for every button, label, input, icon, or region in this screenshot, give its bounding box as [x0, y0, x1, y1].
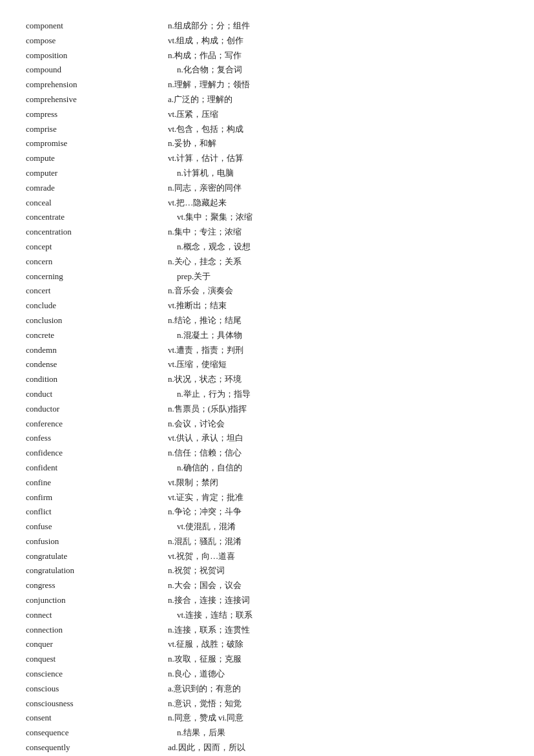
word-entry: confusevt.使混乱，混淆 [26, 520, 508, 534]
word-chinese: n.音乐会，演奏会 [168, 284, 508, 298]
word-chinese: n.攻取，征服；克服 [168, 653, 508, 666]
word-chinese: n.组成部分；分；组件 [168, 19, 508, 33]
word-entry: consequentlyad.因此，因而，所以 [26, 741, 508, 755]
word-english: conflict [26, 505, 168, 519]
word-entry: congressn.大会；国会，议会 [26, 579, 508, 593]
word-entry: conditionn.状况，状态；环境 [26, 373, 508, 386]
word-english: computer [26, 167, 168, 180]
word-english: connect [26, 609, 168, 622]
word-chinese: n.争论；冲突；斗争 [168, 505, 508, 519]
word-english: compute [26, 152, 168, 165]
word-entry: concertn.音乐会，演奏会 [26, 284, 508, 298]
word-english: comprehension [26, 78, 168, 92]
word-chinese: vt.包含，包括；构成 [168, 123, 508, 136]
word-english: confess [26, 432, 168, 445]
word-english: congress [26, 579, 168, 593]
word-chinese: n.关心，挂念；关系 [168, 255, 508, 269]
word-chinese: vt.推断出；结束 [168, 299, 508, 313]
word-entry: confusionn.混乱；骚乱；混淆 [26, 535, 508, 549]
word-english: compose [26, 34, 168, 48]
word-chinese: n.祝贺；祝贺词 [168, 564, 508, 578]
word-entry: consequencen.结果，后果 [26, 726, 508, 740]
word-list: componentn.组成部分；分；组件composevt.组成，构成；创作co… [26, 19, 508, 756]
word-entry: congratulationn.祝贺；祝贺词 [26, 564, 508, 578]
word-entry: conquervt.征服，战胜；破除 [26, 638, 508, 651]
word-english: concerning [26, 270, 168, 284]
word-entry: confinevt.限制；禁闭 [26, 476, 508, 490]
word-chinese: vt.祝贺，向…道喜 [168, 550, 508, 563]
word-entry: concerningprep.关于 [26, 270, 508, 284]
word-english: consent [26, 711, 168, 725]
word-english: compound [26, 63, 168, 77]
word-english: conscious [26, 682, 168, 696]
word-chinese: n.良心，道德心 [168, 667, 508, 681]
word-chinese: n.同志，亲密的同伴 [168, 182, 508, 195]
word-english: comrade [26, 182, 168, 195]
word-entry: confidencen.信任；信赖；信心 [26, 446, 508, 460]
word-entry: conflictn.争论；冲突；斗争 [26, 505, 508, 519]
word-english: consequently [26, 741, 168, 755]
word-english: confirm [26, 491, 168, 505]
word-entry: conquestn.攻取，征服；克服 [26, 653, 508, 666]
word-chinese: vt.连接，连结；联系 [168, 609, 508, 622]
word-entry: concealvt.把…隐藏起来 [26, 196, 508, 210]
word-chinese: a.意识到的；有意的 [168, 682, 508, 696]
word-chinese: n.混乱；骚乱；混淆 [168, 535, 508, 549]
word-english: compromise [26, 137, 168, 151]
word-entry: connectionn.连接，联系；连贯性 [26, 624, 508, 637]
word-english: conjunction [26, 594, 168, 607]
word-english: congratulate [26, 550, 168, 563]
word-chinese: prep.关于 [168, 270, 508, 284]
word-english: conclude [26, 299, 168, 313]
word-entry: conferencen.会议，讨论会 [26, 417, 508, 431]
word-chinese: n.信任；信赖；信心 [168, 446, 508, 460]
word-english: concrete [26, 329, 168, 342]
word-english: confidence [26, 446, 168, 460]
word-chinese: n.妥协，和解 [168, 137, 508, 151]
word-chinese: n.状况，状态；环境 [168, 373, 508, 386]
word-chinese: vt.计算，估计，估算 [168, 152, 508, 165]
word-entry: comraden.同志，亲密的同伴 [26, 182, 508, 195]
word-chinese: ad.因此，因而，所以 [168, 741, 508, 755]
word-entry: confessvt.供认，承认；坦白 [26, 432, 508, 445]
word-entry: comprisevt.包含，包括；构成 [26, 123, 508, 136]
word-english: confident [26, 461, 168, 475]
word-entry: comprehensionn.理解，理解力；领悟 [26, 78, 508, 92]
word-entry: condensevt.压缩，使缩短 [26, 358, 508, 372]
word-entry: consciousa.意识到的；有意的 [26, 682, 508, 696]
word-entry: conjunctionn.接合，连接；连接词 [26, 594, 508, 607]
word-entry: conclusionn.结论，推论；结尾 [26, 314, 508, 328]
word-chinese: vt.证实，肯定；批准 [168, 491, 508, 505]
word-chinese: vt.征服，战胜；破除 [168, 638, 508, 651]
word-english: conclusion [26, 314, 168, 328]
word-english: compress [26, 108, 168, 121]
word-entry: computern.计算机，电脑 [26, 167, 508, 180]
word-entry: composevt.组成，构成；创作 [26, 34, 508, 48]
word-english: concern [26, 255, 168, 269]
word-entry: consentn.同意，赞成 vi.同意 [26, 711, 508, 725]
word-entry: compromisen.妥协，和解 [26, 137, 508, 151]
word-english: concept [26, 240, 168, 254]
word-english: conductor [26, 403, 168, 416]
word-entry: compoundn.化合物；复合词 [26, 63, 508, 77]
word-english: conference [26, 417, 168, 431]
word-entry: conductn.举止，行为；指导 [26, 388, 508, 401]
word-entry: componentn.组成部分；分；组件 [26, 19, 508, 33]
word-chinese: n.结果，后果 [168, 726, 508, 740]
word-chinese: n.集中；专注；浓缩 [168, 226, 508, 239]
word-entry: consciousnessn.意识，觉悟；知觉 [26, 697, 508, 711]
word-chinese: vt.使混乱，混淆 [168, 520, 508, 534]
word-chinese: vt.遭责，指责；判刑 [168, 344, 508, 357]
word-english: composition [26, 49, 168, 63]
word-entry: concentrationn.集中；专注；浓缩 [26, 226, 508, 239]
word-chinese: n.概念，观念，设想 [168, 240, 508, 254]
word-chinese: n.混凝土；具体物 [168, 329, 508, 342]
word-chinese: n.接合，连接；连接词 [168, 594, 508, 607]
word-english: conquer [26, 638, 168, 651]
word-english: confusion [26, 535, 168, 549]
word-english: concentrate [26, 211, 168, 224]
word-english: confine [26, 476, 168, 490]
word-chinese: n.确信的，自信的 [168, 461, 508, 475]
word-english: comprise [26, 123, 168, 136]
word-entry: concludevt.推断出；结束 [26, 299, 508, 313]
